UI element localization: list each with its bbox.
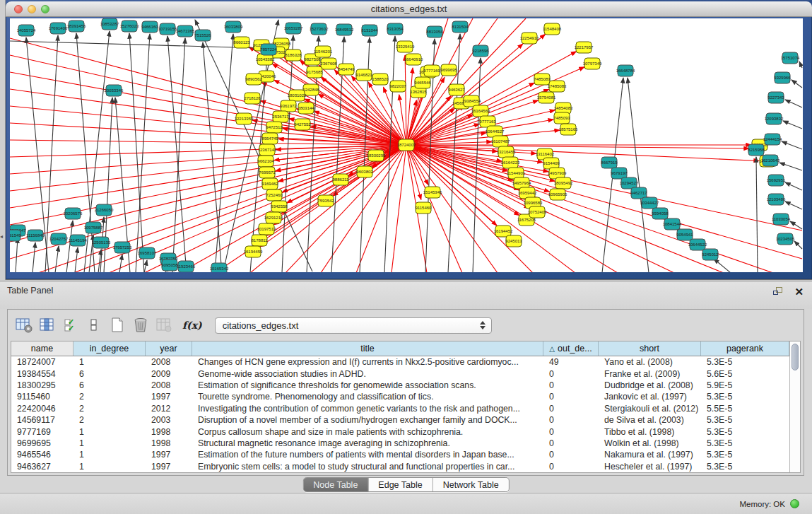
network-node[interactable]: 9594058 (652, 208, 669, 219)
network-node[interactable]: 9603802 (356, 166, 373, 177)
network-node[interactable]: 9466160 (141, 21, 158, 33)
table-scrollbar[interactable] (789, 341, 800, 472)
network-node[interactable]: 12093832 (765, 113, 784, 124)
network-node[interactable]: 16849512 (335, 24, 354, 35)
network-node[interactable]: 2367608 (320, 58, 337, 69)
table-row[interactable]: 946362711997Embryonic stem cells: a mode… (11, 461, 789, 472)
network-node[interactable]: 1588520 (372, 74, 389, 85)
table-row[interactable]: 977716911998Corpus callosum shape and si… (11, 426, 789, 437)
network-node[interactable]: 15754081 (537, 92, 556, 103)
network-node[interactable]: 13216455 (497, 146, 516, 158)
new-column-icon[interactable] (108, 316, 126, 334)
select-all-icon[interactable]: ✓✓ (61, 316, 80, 334)
network-node[interactable]: 9095058 (161, 259, 178, 271)
network-node[interactable]: 9218596 (472, 45, 489, 57)
network-node[interactable]: 17485083 (548, 81, 567, 92)
column-header-pagerank[interactable]: pagerank (701, 341, 789, 356)
network-node[interactable]: 16194459 (244, 246, 263, 257)
network-view-window[interactable]: citations_edges.txt 86601239129457182260… (6, 1, 812, 279)
network-node[interactable]: 10165342 (210, 263, 229, 272)
network-node[interactable]: 12217957 (575, 42, 594, 53)
network-node[interactable]: 14671365 (176, 25, 195, 37)
column-header-title[interactable]: title (192, 341, 543, 356)
network-node[interactable]: 9342558 (271, 201, 288, 212)
table-row[interactable]: 1456911722003Disruption of a novel membe… (11, 414, 789, 426)
network-node[interactable]: 12042757 (49, 233, 69, 245)
network-node[interactable]: 7515526 (194, 30, 211, 41)
network-node[interactable]: 10965905 (548, 189, 567, 200)
network-node[interactable]: 10853287 (100, 18, 119, 30)
close-panel-icon[interactable]: ✕ (794, 287, 804, 296)
row-mode-icon[interactable] (85, 316, 103, 334)
network-node[interactable]: 14055724 (17, 25, 36, 36)
network-node[interactable]: 17957253 (113, 242, 132, 253)
table-select-dropdown[interactable]: citations_edges.txt (215, 317, 492, 334)
table-row[interactable]: 911546021997Tourette syndrome. Phenomeno… (11, 391, 789, 402)
network-node[interactable]: 12367141 (258, 144, 277, 156)
network-node[interactable]: 21266050 (95, 204, 114, 216)
network-node[interactable]: 8660123 (233, 37, 250, 48)
network-node[interactable]: 20206576 (64, 208, 83, 219)
network-node[interactable]: 2718126 (244, 93, 261, 104)
network-node[interactable]: 16958107 (138, 247, 157, 259)
network-node[interactable]: 16107487 (491, 136, 510, 147)
network-node[interactable]: 8813054 (426, 26, 443, 37)
network-node[interactable]: 8454749 (338, 64, 355, 75)
network-node[interactable]: 12213359 (235, 113, 254, 124)
network-node[interactable]: 7699571 (259, 167, 276, 178)
network-node[interactable]: 10841544 (663, 218, 682, 230)
network-node[interactable]: 10344427 (640, 197, 659, 209)
network-node[interactable]: 13325419 (396, 41, 415, 52)
network-node[interactable]: 9054941 (676, 229, 693, 240)
network-node[interactable]: 7485083 (534, 74, 551, 85)
memory-status-icon[interactable] (790, 499, 799, 508)
column-header-short[interactable]: short (599, 341, 701, 356)
table-mode-icon[interactable] (15, 316, 33, 334)
network-node[interactable]: 9822037 (389, 81, 406, 92)
tab-node-table[interactable]: Node Table (303, 478, 368, 491)
tab-edge-table[interactable]: Edge Table (368, 478, 433, 491)
network-node[interactable]: 11548408 (543, 23, 562, 35)
network-node[interactable]: 2536717 (272, 111, 289, 122)
network-node[interactable]: 18095492 (554, 177, 573, 189)
network-node[interactable]: 9427552 (294, 119, 311, 130)
scrollbar-thumb[interactable] (792, 344, 799, 370)
network-node[interactable]: 10797349 (583, 58, 602, 69)
network-node[interactable]: 16164223 (501, 157, 520, 168)
network-node[interactable]: 9329966 (774, 72, 791, 83)
network-node[interactable]: 11033054 (772, 214, 791, 225)
network-node[interactable]: 9146821 (355, 69, 372, 81)
network-node[interactable]: 9175685 (306, 66, 323, 78)
network-node[interactable]: 11145194 (69, 235, 87, 246)
column-header-name[interactable]: name (11, 341, 73, 356)
network-node[interactable]: 7485093 (553, 112, 570, 124)
network-canvas[interactable]: 8660123912945718226058912750281863281054… (10, 18, 803, 272)
network-node[interactable]: 9886211 (333, 174, 350, 185)
table-row[interactable]: 1872400712008Changes of HCN gene express… (11, 356, 789, 368)
network-node[interactable]: 8131044 (361, 25, 378, 36)
network-node[interactable]: 9463627 (448, 84, 465, 95)
network-node[interactable]: 9472512 (266, 122, 283, 133)
network-node[interactable]: 9361972 (280, 100, 297, 112)
network-node[interactable]: 18031022 (288, 90, 307, 101)
network-node[interactable]: 8313054 (387, 23, 404, 35)
network-node[interactable]: 16640910 (404, 54, 423, 65)
network-node[interactable]: 15276023 (120, 21, 139, 32)
network-node[interactable]: 16033809 (224, 21, 243, 33)
network-node[interactable]: 12444154 (763, 134, 782, 145)
table-row[interactable]: 1830029562008Estimation of significance … (11, 380, 789, 391)
network-node[interactable]: 8178811 (252, 235, 269, 246)
network-node[interactable]: 9465546 (414, 77, 431, 88)
control-panel-splitter[interactable]: ◂ (0, 0, 6, 280)
network-node[interactable]: 8186328 (285, 49, 302, 61)
network-node[interactable]: 18575165 (559, 124, 578, 135)
network-node[interactable]: 16291214 (264, 212, 283, 223)
network-node[interactable]: 9169462 (261, 178, 278, 189)
network-node[interactable]: 12103486 (767, 194, 786, 205)
network-node[interactable]: 10975887 (84, 222, 103, 233)
network-node[interactable]: 10234505 (776, 233, 795, 245)
network-node[interactable]: 8131504 (452, 21, 469, 33)
network-node[interactable]: 10653287 (284, 23, 303, 34)
column-header-in-degree[interactable]: in_degree (73, 341, 146, 356)
network-node[interactable]: 15145345 (423, 187, 442, 198)
